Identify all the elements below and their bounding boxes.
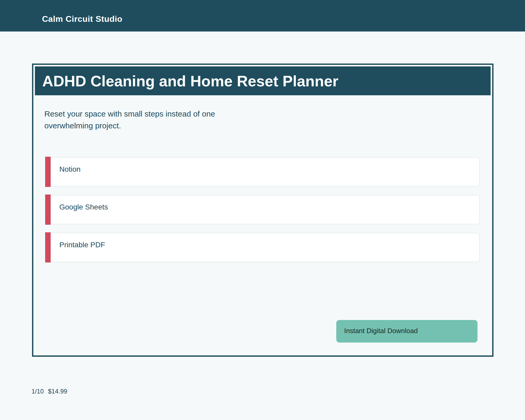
product-title: ADHD Cleaning and Home Reset Planner [35,72,338,90]
accent-bar [45,195,51,225]
page-indicator: 1/10 [32,388,44,395]
format-option-label: Printable PDF [50,233,480,262]
app-header: Calm Circuit Studio [0,0,525,32]
format-option-label: Google Sheets [50,195,480,224]
product-description: Reset your space with small steps instea… [44,108,228,132]
accent-bar [45,232,51,262]
format-option-label: Notion [50,157,480,186]
format-option-google-sheets[interactable]: Google Sheets [45,195,480,224]
format-option-printable-pdf[interactable]: Printable PDF [45,233,480,262]
instant-download-button[interactable]: Instant Digital Download [336,320,477,343]
brand-name: Calm Circuit Studio [42,14,122,24]
format-option-notion[interactable]: Notion [45,157,480,186]
format-options-list: Notion Google Sheets Printable PDF [45,157,480,262]
accent-bar [45,157,51,187]
product-card: ADHD Cleaning and Home Reset Planner Res… [32,64,494,357]
footer-meta: 1/10 $14.99 [32,388,67,395]
product-title-bar: ADHD Cleaning and Home Reset Planner [35,66,491,95]
price: $14.99 [48,388,67,395]
